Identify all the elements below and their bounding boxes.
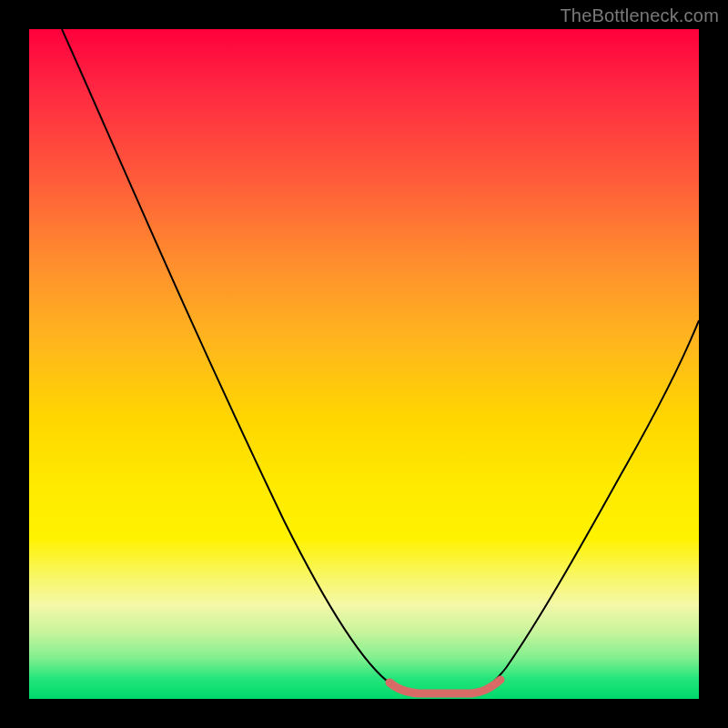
chart-frame: TheBottleneck.com	[0, 0, 728, 728]
highlight-flat	[389, 680, 500, 693]
watermark-text: TheBottleneck.com	[560, 5, 719, 26]
plot-area	[29, 29, 699, 699]
curve-layer	[29, 29, 699, 699]
bottleneck-curve	[62, 29, 699, 693]
